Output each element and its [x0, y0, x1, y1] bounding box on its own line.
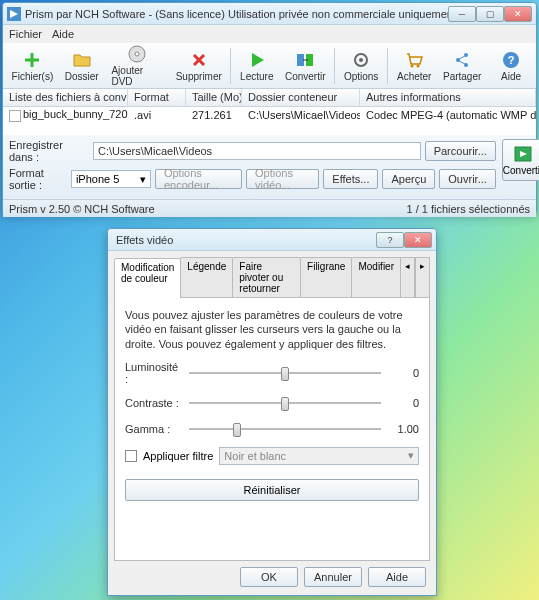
options-button[interactable]: Options	[339, 48, 383, 84]
brightness-label: Luminosité :	[125, 361, 181, 385]
convert-big-button[interactable]: Convertir	[502, 139, 539, 181]
cancel-button[interactable]: Annuler	[304, 567, 362, 587]
tab-color[interactable]: Modification de couleur	[114, 258, 181, 298]
brightness-slider[interactable]	[189, 365, 381, 381]
cell-format: .avi	[128, 108, 186, 122]
file-row[interactable]: big_buck_bunny_720p_st... .avi 271.261 C…	[3, 107, 536, 123]
cell-folder: C:\Users\Micael\Videos	[242, 108, 360, 122]
close-button[interactable]: ✕	[504, 6, 532, 22]
reset-button[interactable]: Réinitialiser	[125, 479, 419, 501]
outfmt-select[interactable]: iPhone 5▾	[71, 170, 151, 188]
video-options-button[interactable]: Options vidéo...	[246, 169, 319, 189]
share-button[interactable]: Partager	[438, 48, 486, 84]
tab-caption[interactable]: Légende	[180, 257, 233, 297]
folder-icon	[72, 50, 92, 70]
description: Vous pouvez ajuster les paramètres de co…	[125, 308, 419, 351]
tab-scroll-right[interactable]: ▸	[415, 257, 430, 297]
separator	[387, 48, 388, 84]
convert-icon	[513, 145, 533, 163]
preview-button[interactable]: Aperçu	[382, 169, 435, 189]
dialog-title: Effets vidéo	[112, 234, 376, 246]
savein-input[interactable]: C:\Users\Micael\Videos	[93, 142, 421, 160]
svg-point-2	[135, 52, 139, 56]
toolbar: Fichier(s) Dossier Ajouter DVD Supprimer…	[3, 43, 536, 89]
col-format[interactable]: Format	[128, 89, 186, 106]
dvd-icon	[127, 44, 147, 64]
statusbar: Prism v 2.50 © NCH Software 1 / 1 fichie…	[3, 199, 536, 217]
separator	[334, 48, 335, 84]
add-dvd-button[interactable]: Ajouter DVD	[105, 42, 169, 89]
contrast-value: 0	[389, 397, 419, 409]
add-folder-button[interactable]: Dossier	[60, 48, 104, 84]
svg-point-8	[417, 64, 420, 67]
maximize-button[interactable]: ▢	[476, 6, 504, 22]
tab-scroll-left[interactable]: ◂	[400, 257, 415, 297]
effects-button[interactable]: Effets...	[323, 169, 378, 189]
menu-file[interactable]: Fichier	[9, 28, 42, 40]
delete-icon	[189, 50, 209, 70]
svg-text:?: ?	[508, 54, 515, 66]
titlebar[interactable]: Prism par NCH Software - (Sans licence) …	[3, 3, 536, 25]
dialog-close-button[interactable]: ✕	[404, 232, 432, 248]
filter-select[interactable]: Noir et blanc▾	[219, 447, 419, 465]
outfmt-label: Format sortie :	[9, 167, 67, 191]
dialog-body: Modification de couleur Légende Faire pi…	[108, 251, 436, 595]
col-folder[interactable]: Dossier conteneur	[242, 89, 360, 106]
help-button[interactable]: ?Aide	[490, 48, 532, 84]
app-icon	[7, 7, 21, 21]
svg-point-7	[411, 64, 414, 67]
help-button[interactable]: Aide	[368, 567, 426, 587]
applyfilter-label: Appliquer filtre	[143, 450, 213, 462]
convert-icon	[295, 50, 315, 70]
col-size[interactable]: Taille (Mo)	[186, 89, 242, 106]
menubar: Fichier Aide	[3, 25, 536, 43]
tab-watermark[interactable]: Filigrane	[300, 257, 352, 297]
buy-button[interactable]: Acheter	[392, 48, 436, 84]
dialog-buttons: OK Annuler Aide	[114, 561, 430, 589]
contrast-label: Contraste :	[125, 397, 181, 409]
tab-content: Vous pouvez ajuster les paramètres de co…	[114, 298, 430, 561]
cell-size: 271.261	[186, 108, 242, 122]
browse-button[interactable]: Parcourir...	[425, 141, 496, 161]
dialog-help-button[interactable]: ?	[376, 232, 404, 248]
gamma-slider[interactable]	[189, 421, 381, 437]
tab-rotate[interactable]: Faire pivoter ou retourner	[232, 257, 301, 297]
chevron-down-icon: ▾	[140, 173, 146, 186]
gear-icon	[351, 50, 371, 70]
window-title: Prism par NCH Software - (Sans licence) …	[25, 8, 448, 20]
separator	[230, 48, 231, 84]
menu-help[interactable]: Aide	[52, 28, 74, 40]
delete-button[interactable]: Supprimer	[171, 48, 226, 84]
svg-rect-3	[297, 54, 304, 66]
dialog-titlebar[interactable]: Effets vidéo ? ✕	[108, 229, 436, 251]
open-button[interactable]: Ouvrir...	[439, 169, 496, 189]
contrast-slider[interactable]	[189, 395, 381, 411]
play-icon	[247, 50, 267, 70]
savein-label: Enregistrer dans :	[9, 139, 89, 163]
help-icon: ?	[501, 50, 521, 70]
bottom-panel: Enregistrer dans : C:\Users\Micael\Video…	[3, 135, 536, 199]
cell-name: big_buck_bunny_720p_st...	[3, 107, 128, 122]
tab-modify[interactable]: Modifier	[351, 257, 401, 297]
share-icon	[452, 50, 472, 70]
cart-icon	[404, 50, 424, 70]
convert-button[interactable]: Convertir	[280, 48, 330, 84]
file-list[interactable]: big_buck_bunny_720p_st... .avi 271.261 C…	[3, 107, 536, 135]
add-files-button[interactable]: Fichier(s)	[7, 48, 58, 84]
status-left: Prism v 2.50 © NCH Software	[9, 203, 155, 215]
cell-other: Codec MPEG-4 (automatic WMP downloa...	[360, 108, 536, 122]
column-headers: Liste des fichiers à convertir Format Ta…	[3, 89, 536, 107]
col-name[interactable]: Liste des fichiers à convertir	[3, 89, 128, 106]
applyfilter-checkbox[interactable]	[125, 450, 137, 462]
gamma-value: 1.00	[389, 423, 419, 435]
ok-button[interactable]: OK	[240, 567, 298, 587]
chevron-down-icon: ▾	[408, 449, 414, 462]
tabs: Modification de couleur Légende Faire pi…	[114, 257, 430, 298]
play-button[interactable]: Lecture	[235, 48, 278, 84]
main-window: Prism par NCH Software - (Sans licence) …	[2, 2, 537, 212]
col-other[interactable]: Autres informations	[360, 89, 536, 106]
brightness-value: 0	[389, 367, 419, 379]
encoder-options-button[interactable]: Options encodeur...	[155, 169, 242, 189]
effects-dialog: Effets vidéo ? ✕ Modification de couleur…	[107, 228, 437, 596]
minimize-button[interactable]: ─	[448, 6, 476, 22]
